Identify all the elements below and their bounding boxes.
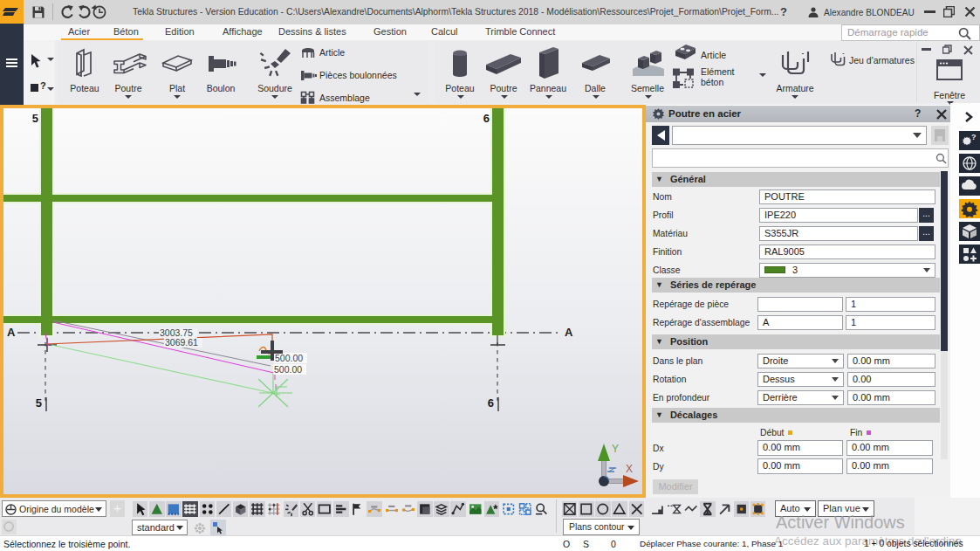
svg-text:A: A bbox=[565, 326, 573, 339]
svg-text:6: 6 bbox=[483, 112, 490, 125]
svg-text:5: 5 bbox=[32, 112, 38, 125]
svg-text:6: 6 bbox=[488, 396, 494, 410]
svg-text:A: A bbox=[7, 326, 16, 339]
svg-text:X: X bbox=[626, 463, 633, 475]
svg-text:500.00: 500.00 bbox=[274, 364, 302, 375]
svg-text:Y: Y bbox=[612, 443, 619, 455]
svg-text:?: ? bbox=[971, 133, 977, 141]
svg-text:5: 5 bbox=[36, 396, 42, 410]
svg-text:500.00: 500.00 bbox=[275, 353, 303, 363]
svg-text:3069.61: 3069.61 bbox=[165, 337, 198, 348]
